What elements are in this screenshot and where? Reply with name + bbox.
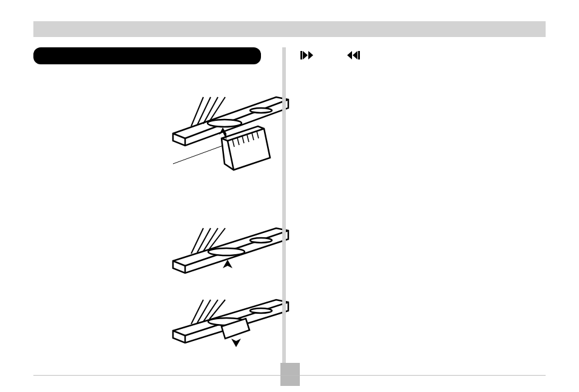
header-bar (33, 21, 546, 37)
footer-rule (33, 375, 546, 376)
svg-line-3 (191, 97, 203, 126)
svg-line-23 (197, 228, 211, 252)
page-content (33, 47, 546, 363)
svg-line-31 (191, 300, 203, 324)
svg-point-27 (250, 238, 272, 243)
rewind-icon (347, 51, 360, 59)
column-divider (282, 47, 286, 363)
svg-point-7 (208, 120, 242, 127)
right-column (294, 51, 537, 66)
chapter-title-text (33, 51, 42, 60)
svg-line-18 (173, 146, 223, 164)
page-number-box (280, 363, 300, 386)
svg-point-8 (250, 108, 272, 113)
sd-card-eject-diagram (167, 297, 294, 392)
left-column (33, 47, 275, 70)
svg-line-22 (191, 228, 203, 254)
svg-point-36 (250, 308, 272, 313)
sd-card-insertion-diagram (167, 91, 294, 218)
fast-forward-icon (300, 51, 313, 59)
chapter-title-pill (33, 47, 261, 64)
svg-point-26 (208, 248, 245, 255)
note-icon-row (294, 51, 537, 59)
